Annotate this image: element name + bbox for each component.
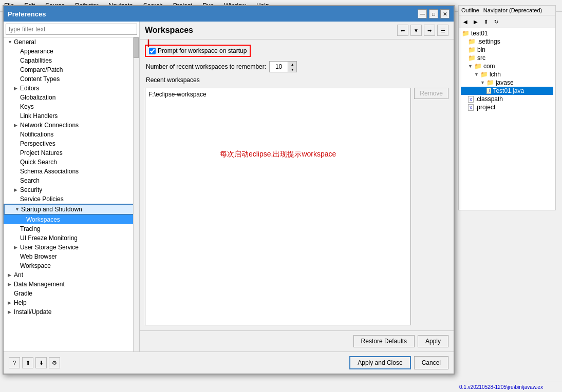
maximize-button[interactable]: □ bbox=[429, 9, 438, 18]
nav-item-javase[interactable]: ▼ 📁 javase bbox=[461, 79, 553, 87]
tree-item-link-handlers[interactable]: Link Handlers bbox=[4, 111, 139, 121]
prompt-checkbox-label[interactable]: Prompt for workspace on startup bbox=[158, 47, 247, 54]
recent-count-input[interactable]: 10 bbox=[270, 62, 288, 72]
tree-label-workspace: Workspace bbox=[20, 262, 51, 269]
folder-icon-test01: 📁 bbox=[462, 30, 470, 37]
java-file-icon-test01: J bbox=[486, 88, 491, 94]
tree-item-ant[interactable]: ▶ Ant bbox=[4, 270, 139, 280]
tree-item-schema-associations[interactable]: Schema Associations bbox=[4, 167, 139, 176]
prompt-checkbox[interactable] bbox=[149, 48, 156, 54]
nav-menu-button[interactable]: ☰ bbox=[437, 25, 448, 36]
content-panel: Workspaces ⬅ ▼ ➡ ☰ Prompt for work bbox=[140, 22, 454, 351]
scrollbar-track[interactable] bbox=[133, 37, 139, 351]
nav-item-src[interactable]: 📁 src bbox=[461, 54, 553, 62]
tree-label-security: Security bbox=[20, 186, 42, 193]
tree-label-editors: Editors bbox=[20, 85, 39, 92]
tree-item-network-connections[interactable]: ▶ Network Connections bbox=[4, 121, 139, 130]
tree-item-search[interactable]: Search bbox=[4, 176, 139, 185]
nav-forward-button[interactable]: ➡ bbox=[424, 25, 435, 36]
tree-item-user-storage[interactable]: ▶ User Storage Service bbox=[4, 243, 139, 252]
nav-back-button[interactable]: ⬅ bbox=[397, 25, 408, 36]
tree-search-area bbox=[4, 22, 139, 37]
tree-item-workspace[interactable]: Workspace bbox=[4, 261, 139, 270]
tree-item-perspectives[interactable]: Perspectives bbox=[4, 139, 139, 148]
spinner-up-button[interactable]: ▲ bbox=[288, 62, 296, 67]
eclipse-window: File Edit Source Refactor Navigate Searc… bbox=[0, 0, 562, 392]
tree-label-ui-freeze: UI Freeze Monitoring bbox=[20, 234, 78, 242]
navigator-panel: Outline Navigator (Deprecated) ◀ ▶ ⬆ ↻ 📁… bbox=[458, 5, 556, 210]
status-text: 0.1.v20210528-1205\jre\bin\javaw.ex bbox=[459, 384, 543, 390]
tree-item-startup[interactable]: ▼ Startup and Shutdown bbox=[4, 204, 139, 215]
tree-label-appearance: Appearance bbox=[20, 48, 53, 55]
apply-button[interactable]: Apply bbox=[418, 335, 448, 347]
tree-item-globalization[interactable]: Globalization bbox=[4, 93, 139, 102]
nav-item-settings[interactable]: 📁 .settings bbox=[461, 37, 553, 46]
expand-icon-lchh: ▼ bbox=[474, 72, 479, 77]
nav-item-project[interactable]: x .project bbox=[461, 103, 553, 111]
nav-label-lchh: lchh bbox=[490, 71, 501, 78]
tree-item-compare-patch[interactable]: Compare/Patch bbox=[4, 65, 139, 74]
nav-item-bin[interactable]: 📁 bin bbox=[461, 46, 553, 54]
nav-label-project: .project bbox=[475, 104, 495, 111]
nav-forward-small-button[interactable]: ▶ bbox=[471, 17, 480, 26]
tree-item-service-policies[interactable]: Service Policies bbox=[4, 194, 139, 204]
nav-item-classpath[interactable]: x .classpath bbox=[461, 95, 553, 103]
tree-item-data-management[interactable]: ▶ Data Management bbox=[4, 280, 139, 289]
tree-item-general[interactable]: ▼ General bbox=[4, 37, 139, 47]
minimize-button[interactable]: — bbox=[418, 9, 427, 18]
recent-count-label: Number of recent workspaces to remember: bbox=[146, 63, 266, 70]
recent-workspaces-label: Recent workspaces bbox=[146, 76, 448, 84]
tree-item-tracing[interactable]: Tracing bbox=[4, 224, 139, 233]
help-icon-button[interactable]: ? bbox=[9, 357, 20, 368]
tree-item-notifications[interactable]: Notifications bbox=[4, 130, 139, 139]
tree-label-ant: Ant bbox=[14, 271, 23, 279]
cancel-button[interactable]: Cancel bbox=[414, 356, 448, 369]
tree-item-web-browser[interactable]: Web Browser bbox=[4, 252, 139, 261]
workspace-list[interactable]: F:\eclipse-workspace 每次启动eclipse,出现提示wor… bbox=[145, 88, 411, 325]
spinner-down-button[interactable]: ▼ bbox=[288, 67, 296, 72]
outline-label[interactable]: Outline bbox=[461, 7, 479, 13]
tree-item-ui-freeze[interactable]: UI Freeze Monitoring bbox=[4, 233, 139, 243]
remove-button[interactable]: Remove bbox=[414, 88, 448, 99]
expand-arrow-help: ▶ bbox=[8, 300, 13, 305]
preferences-dialog: Preferences — □ ✕ ▼ General bbox=[3, 5, 455, 375]
prompt-checkbox-row: Prompt for workspace on startup bbox=[145, 45, 251, 57]
tree-scroll[interactable]: ▼ General Appearance Capabilities Compar… bbox=[4, 37, 139, 351]
tree-item-install-update[interactable]: ▶ Install/Update bbox=[4, 307, 139, 317]
tree-label-gradle: Gradle bbox=[14, 290, 32, 297]
filter-input[interactable] bbox=[6, 24, 137, 35]
workspace-entry[interactable]: F:\eclipse-workspace bbox=[147, 90, 408, 99]
navigator-title-label[interactable]: Navigator (Deprecated) bbox=[483, 7, 542, 13]
restore-defaults-button[interactable]: Restore Defaults bbox=[353, 335, 415, 347]
export-button[interactable]: ⬆ bbox=[22, 357, 33, 368]
tree-item-quick-search[interactable]: Quick Search bbox=[4, 158, 139, 167]
footer-right-buttons: Apply and Close Cancel bbox=[349, 356, 448, 369]
tree-item-gradle[interactable]: Gradle bbox=[4, 289, 139, 298]
nav-back-small-button[interactable]: ◀ bbox=[461, 17, 470, 26]
tree-label-help: Help bbox=[14, 299, 27, 306]
import-button[interactable]: ⬇ bbox=[35, 357, 47, 368]
nav-dropdown-button[interactable]: ▼ bbox=[410, 25, 422, 36]
apply-and-close-button[interactable]: Apply and Close bbox=[349, 356, 410, 369]
nav-item-com[interactable]: ▼ 📁 com bbox=[461, 62, 553, 70]
settings-icon-button[interactable]: ⚙ bbox=[49, 357, 60, 368]
annotation-text: 每次启动eclipse,出现提示workspace bbox=[147, 150, 408, 159]
nav-item-lchh[interactable]: ▼ 📁 lchh bbox=[461, 70, 553, 79]
nav-item-test01-java[interactable]: J Test01.java bbox=[461, 87, 553, 95]
expand-arrow-data-management: ▶ bbox=[8, 282, 13, 287]
tree-item-content-types[interactable]: Content Types bbox=[4, 74, 139, 84]
scrollbar-thumb[interactable] bbox=[134, 37, 139, 58]
tree-item-help[interactable]: ▶ Help bbox=[4, 298, 139, 307]
tree-item-project-natures[interactable]: Project Natures bbox=[4, 148, 139, 158]
tree-item-keys[interactable]: Keys bbox=[4, 102, 139, 111]
tree-item-appearance[interactable]: Appearance bbox=[4, 47, 139, 56]
tree-item-workspaces[interactable]: Workspaces bbox=[4, 215, 139, 224]
close-button[interactable]: ✕ bbox=[440, 9, 449, 18]
tree-item-capabilities[interactable]: Capabilities bbox=[4, 56, 139, 65]
tree-item-security[interactable]: ▶ Security bbox=[4, 185, 139, 194]
nav-refresh-button[interactable]: ↻ bbox=[492, 17, 501, 26]
content-body: Prompt for workspace on startup bbox=[140, 40, 454, 330]
nav-up-button[interactable]: ⬆ bbox=[481, 17, 491, 26]
nav-item-test01[interactable]: 📁 test01 bbox=[461, 29, 553, 37]
tree-item-editors[interactable]: ▶ Editors bbox=[4, 84, 139, 93]
